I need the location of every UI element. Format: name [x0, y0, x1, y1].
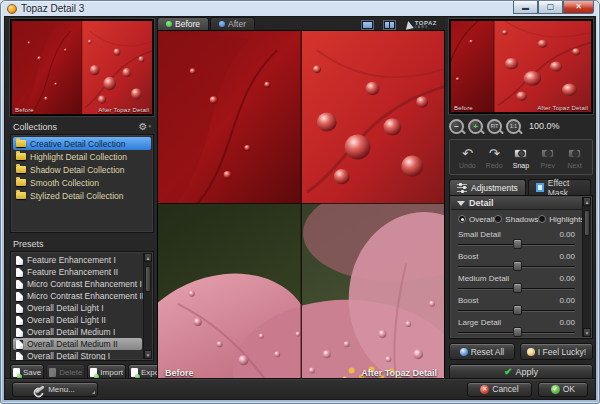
mode-shadows[interactable]: Shadows — [494, 215, 538, 224]
prev-button[interactable]: Prev — [534, 142, 561, 172]
slider-handle[interactable] — [513, 239, 522, 249]
footer-bar: Menu... ✕ Cancel ✔ OK — [5, 378, 595, 399]
preview-tabbar: Before After TOPAZ LABS — [157, 17, 445, 30]
slider-handle[interactable] — [513, 283, 522, 293]
collection-item[interactable]: Shadow Detail Collection — [13, 163, 151, 176]
export-icon — [131, 368, 138, 377]
detail-actions: Reset All I Feel Lucky! — [449, 343, 593, 360]
zoom-actual-icon[interactable]: 1:1 — [506, 119, 521, 134]
history-controls: ↶ Undo ↷ Redo Snap Prev Next — [449, 139, 593, 175]
zoom-level: 100.0% — [529, 121, 560, 131]
file-icon — [16, 292, 23, 301]
slider-handle[interactable] — [513, 305, 522, 315]
mode-highlights[interactable]: Highlights — [538, 215, 582, 224]
preset-item[interactable]: Overall Detail Strong I — [13, 350, 142, 361]
preset-item[interactable]: Feature Enhancement II — [13, 266, 142, 278]
left-preview-thumbnail[interactable]: Before After Topaz Detail — [10, 19, 154, 116]
mask-icon — [536, 183, 544, 192]
collection-item[interactable]: Stylized Detail Collection — [13, 189, 151, 202]
maximize-button[interactable]: ▢ — [538, 1, 563, 14]
detail-scrollbar[interactable]: ▲ ▼ — [582, 197, 591, 337]
snap-button[interactable]: Snap — [508, 142, 535, 172]
gear-icon[interactable]: ⚙▾ — [139, 122, 151, 132]
presets-header: Presets — [13, 237, 151, 250]
presets-scrollbar[interactable]: ▲ ▼ — [143, 253, 152, 359]
close-button[interactable]: ✕ — [563, 1, 594, 14]
window-title: Topaz Detail 3 — [21, 3, 84, 14]
collections-list: Creative Detail Collection Highlight Det… — [10, 134, 154, 233]
topaz-logo: TOPAZ LABS — [405, 20, 439, 30]
detail-section-header[interactable]: Detail — [451, 197, 582, 210]
radio-icon — [538, 215, 546, 223]
after-dot-icon — [219, 21, 225, 27]
slider-track[interactable] — [458, 327, 575, 337]
slider-track[interactable] — [458, 283, 575, 294]
tab-before[interactable]: Before — [157, 17, 209, 30]
mode-overall[interactable]: Overall — [458, 215, 494, 224]
preset-item[interactable]: Overall Detail Light II — [13, 314, 142, 326]
scroll-thumb[interactable] — [145, 266, 151, 292]
slider-label: Small Detail — [458, 230, 501, 239]
right-preview-thumbnail[interactable]: Before After Topaz Detail — [449, 19, 593, 114]
collection-item[interactable]: Smooth Collection — [13, 176, 151, 189]
next-camera-icon — [568, 149, 581, 158]
scroll-up-icon[interactable]: ▲ — [144, 253, 152, 262]
folder-icon — [16, 192, 26, 199]
slider-row: Boost 0.00 — [458, 252, 575, 272]
slider-handle[interactable] — [513, 327, 522, 337]
slider-handle[interactable] — [513, 261, 522, 271]
tab-adjustments[interactable]: Adjustments — [449, 179, 526, 195]
detail-panel: Detail Overall Shadows Highlights — [449, 195, 593, 339]
cancel-button[interactable]: ✕ Cancel — [467, 382, 531, 397]
ok-button[interactable]: ✔ OK — [538, 382, 588, 397]
file-icon — [16, 340, 23, 349]
preset-item[interactable]: Feature Enhancement I — [13, 254, 142, 266]
scroll-down-icon[interactable]: ▼ — [144, 350, 152, 359]
scroll-thumb[interactable] — [584, 210, 590, 236]
ok-icon: ✔ — [551, 385, 560, 394]
collapse-icon — [457, 201, 465, 206]
zoom-out-icon[interactable]: − — [449, 119, 464, 134]
main-preview-image[interactable]: Before After Topaz Detail — [157, 30, 445, 384]
tab-after[interactable]: After — [210, 17, 255, 30]
radio-icon — [458, 215, 466, 223]
slider-track[interactable] — [458, 305, 575, 316]
slider-row: Small Detail 0.00 — [458, 230, 575, 250]
scroll-down-icon[interactable]: ▼ — [583, 328, 591, 337]
reset-icon — [460, 348, 468, 356]
scroll-up-icon[interactable]: ▲ — [583, 197, 591, 206]
preset-item[interactable]: Micro Contrast Enhancement I — [13, 278, 142, 290]
redo-button[interactable]: ↷ Redo — [481, 142, 508, 172]
zoom-fit-icon[interactable]: FIT — [487, 119, 502, 134]
feel-lucky-button[interactable]: I Feel Lucky! — [520, 343, 593, 360]
slider-row: Large Detail 0.00 — [458, 318, 575, 337]
next-button[interactable]: Next — [561, 142, 588, 172]
split-view-icon[interactable] — [383, 20, 396, 30]
preset-item[interactable]: Micro Contrast Enhancement II — [13, 290, 142, 302]
preset-item[interactable]: Overall Detail Medium II — [13, 338, 142, 350]
slider-value: 0.00 — [559, 296, 575, 305]
undo-button[interactable]: ↶ Undo — [454, 142, 481, 172]
slider-track[interactable] — [458, 261, 575, 272]
title-bar[interactable]: Topaz Detail 3 — [1, 1, 599, 16]
prev-camera-icon — [541, 149, 554, 158]
thumb-before-label: Before — [15, 107, 34, 113]
slider-row: Boost 0.00 — [458, 296, 575, 316]
zoom-in-icon[interactable]: + — [468, 119, 483, 134]
menu-corner-icon — [92, 391, 95, 394]
slider-track[interactable] — [458, 239, 575, 250]
collection-item[interactable]: Highlight Detail Collection — [13, 150, 151, 163]
single-view-icon[interactable] — [361, 20, 374, 30]
menu-button[interactable]: Menu... — [12, 382, 98, 397]
tab-effect-mask[interactable]: Effect Mask — [528, 179, 591, 195]
collection-item[interactable]: Creative Detail Collection — [13, 137, 151, 150]
slider-value: 0.00 — [559, 318, 575, 327]
file-icon — [16, 304, 23, 313]
slider-row: Medium Detail 0.00 — [458, 274, 575, 294]
reset-all-button[interactable]: Reset All — [449, 343, 515, 360]
preset-item[interactable]: Overall Detail Light I — [13, 302, 142, 314]
folder-icon — [16, 153, 26, 160]
slider-value: 0.00 — [559, 274, 575, 283]
preset-item[interactable]: Overall Detail Medium I — [13, 326, 142, 338]
minimize-button[interactable]: ▬ — [513, 1, 538, 14]
